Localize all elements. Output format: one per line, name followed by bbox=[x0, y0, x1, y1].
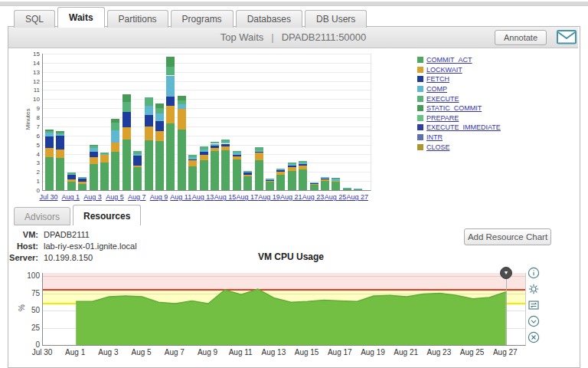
bar-segment-comp[interactable] bbox=[111, 130, 119, 143]
bar-segment-lockwait[interactable] bbox=[45, 148, 54, 157]
bar-segment-execute[interactable] bbox=[145, 97, 153, 106]
bar-segment-lockwait[interactable] bbox=[111, 143, 119, 152]
collapse-icon[interactable] bbox=[528, 315, 540, 327]
bar-segment-commit-act[interactable] bbox=[266, 182, 274, 190]
bar-segment-static-commit[interactable] bbox=[178, 96, 186, 100]
bar-segment-fetch[interactable] bbox=[122, 112, 131, 127]
bar-segment-commit-act[interactable] bbox=[233, 159, 241, 190]
bar-segment-commit-act[interactable] bbox=[299, 169, 307, 190]
bar-segment-static-commit[interactable] bbox=[45, 130, 54, 131]
bar-segment-execute[interactable] bbox=[255, 147, 263, 150]
email-icon[interactable] bbox=[557, 30, 577, 44]
bar-segment-lockwait[interactable] bbox=[100, 155, 109, 163]
time-marker-icon[interactable]: ▼ bbox=[500, 267, 512, 279]
bar-segment-commit-act[interactable] bbox=[276, 175, 285, 190]
bar-segment-fetch[interactable] bbox=[321, 179, 329, 179]
bar-segment-comp[interactable] bbox=[233, 153, 241, 154]
bar-segment-execute[interactable] bbox=[276, 169, 285, 169]
bar-segment-commit-act[interactable] bbox=[145, 140, 153, 190]
bar-segment-execute[interactable] bbox=[90, 146, 98, 149]
bar-segment-execute[interactable] bbox=[211, 142, 219, 143]
legend-item-prepare[interactable]: PREPARE bbox=[417, 113, 501, 123]
close-icon[interactable] bbox=[528, 331, 540, 343]
info-icon[interactable] bbox=[528, 267, 540, 279]
bar-segment-fetch[interactable] bbox=[78, 179, 87, 182]
bar-segment-execute[interactable] bbox=[122, 102, 131, 112]
resource-tab-advisors[interactable]: Advisors bbox=[14, 207, 70, 225]
legend-item-execute[interactable]: EXECUTE bbox=[417, 94, 501, 104]
bar-segment-commit-act[interactable] bbox=[178, 130, 186, 191]
bar-segment-fetch[interactable] bbox=[90, 152, 98, 157]
bar-segment-fetch[interactable] bbox=[45, 136, 54, 148]
bar-segment-commit-act[interactable] bbox=[78, 184, 87, 190]
bar-segment-commit-act[interactable] bbox=[188, 166, 197, 190]
bar-segment-commit-act[interactable] bbox=[166, 123, 175, 190]
bar-segment-comp[interactable] bbox=[243, 172, 252, 172]
bar-segment-execute[interactable] bbox=[243, 171, 252, 172]
bar-segment-lockwait[interactable] bbox=[133, 166, 142, 167]
bar-segment-commit-act[interactable] bbox=[45, 157, 54, 190]
bar-segment-lockwait[interactable] bbox=[188, 160, 197, 166]
bar-segment-comp[interactable] bbox=[332, 179, 340, 180]
bar-segment-comp[interactable] bbox=[354, 189, 362, 189]
bar-segment-commit-act[interactable] bbox=[90, 164, 98, 190]
bar-segment-commit-act[interactable] bbox=[211, 151, 219, 190]
bar-segment-fetch[interactable] bbox=[288, 166, 296, 167]
bar-segment-lockwait[interactable] bbox=[299, 166, 307, 169]
bar-segment-commit-act[interactable] bbox=[243, 176, 252, 190]
bar-segment-static-commit[interactable] bbox=[122, 94, 131, 101]
legend-item-lockwait[interactable]: LOCKWAIT bbox=[417, 65, 501, 75]
bar-segment-execute[interactable] bbox=[133, 151, 142, 154]
bar-segment-comp[interactable] bbox=[145, 106, 153, 115]
bar-segment-static-commit[interactable] bbox=[111, 119, 119, 123]
bar-segment-fetch[interactable] bbox=[310, 183, 318, 184]
bar-segment-fetch[interactable] bbox=[200, 152, 208, 155]
bar-segment-lockwait[interactable] bbox=[266, 181, 274, 182]
bar-segment-lockwait[interactable] bbox=[200, 155, 208, 160]
bar-segment-comp[interactable] bbox=[310, 182, 318, 183]
bar-segment-lockwait[interactable] bbox=[276, 172, 285, 175]
bar-segment-fetch[interactable] bbox=[211, 146, 219, 149]
bar-segment-fetch[interactable] bbox=[221, 144, 230, 147]
bar-segment-lockwait[interactable] bbox=[310, 184, 318, 185]
bar-segment-fetch[interactable] bbox=[255, 152, 263, 153]
bar-segment-lockwait[interactable] bbox=[122, 127, 131, 139]
bar-segment-commit-act[interactable] bbox=[155, 141, 164, 190]
bar-segment-lockwait[interactable] bbox=[56, 150, 64, 159]
bar-segment-static-commit[interactable] bbox=[332, 178, 340, 179]
settings-icon[interactable] bbox=[528, 283, 540, 295]
legend-item-static-commit[interactable]: STATIC_COMMIT bbox=[417, 104, 501, 113]
bar-segment-execute[interactable] bbox=[166, 67, 175, 76]
bar-segment-fetch[interactable] bbox=[233, 155, 241, 156]
bar-segment-execute[interactable] bbox=[221, 140, 230, 143]
bar-segment-commit-act[interactable] bbox=[321, 181, 329, 190]
bar-segment-comp[interactable] bbox=[67, 174, 76, 175]
bar-segment-execute[interactable] bbox=[100, 153, 109, 153]
bar-segment-commit-act[interactable] bbox=[221, 150, 230, 190]
bar-segment-lockwait[interactable] bbox=[255, 153, 263, 159]
bar-segment-lockwait[interactable] bbox=[332, 181, 340, 182]
legend-item-commit-act[interactable]: COMMIT_ACT bbox=[417, 55, 501, 65]
bar-segment-commit-act[interactable] bbox=[100, 163, 109, 190]
bar-segment-execute[interactable] bbox=[188, 155, 197, 158]
waits-x-label-aug-27[interactable]: Aug 27 bbox=[341, 193, 374, 201]
bar-segment-lockwait[interactable] bbox=[166, 106, 175, 124]
bar-segment-execute[interactable] bbox=[111, 123, 119, 130]
bar-segment-execute[interactable] bbox=[78, 177, 87, 178]
tab-db-users[interactable]: DB Users bbox=[305, 10, 367, 28]
add-resource-chart-button[interactable]: Add Resource Chart bbox=[464, 228, 551, 245]
bar-segment-comp[interactable] bbox=[343, 188, 351, 189]
bar-segment-comp[interactable] bbox=[321, 177, 329, 178]
bar-segment-comp[interactable] bbox=[288, 164, 296, 166]
bar-segment-comp[interactable] bbox=[299, 163, 307, 164]
bar-segment-static-commit[interactable] bbox=[166, 57, 175, 67]
bar-segment-fetch[interactable] bbox=[133, 156, 142, 166]
bar-segment-comp[interactable] bbox=[166, 76, 175, 97]
bar-segment-commit-act[interactable] bbox=[354, 189, 362, 190]
bar-segment-comp[interactable] bbox=[178, 104, 186, 109]
bar-segment-lockwait[interactable] bbox=[90, 157, 98, 163]
bar-segment-static-commit[interactable] bbox=[56, 131, 64, 133]
bar-segment-fetch[interactable] bbox=[145, 115, 153, 127]
tab-waits[interactable]: Waits bbox=[57, 7, 105, 28]
export-icon[interactable] bbox=[528, 299, 540, 311]
